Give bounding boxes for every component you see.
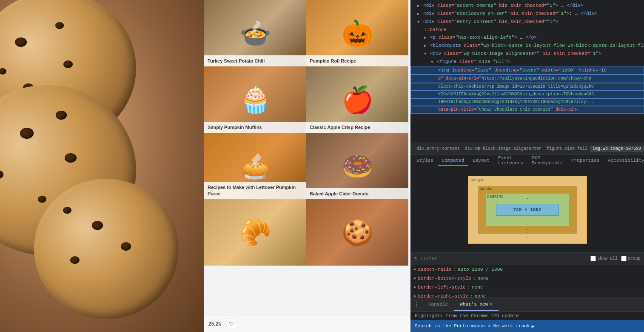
group-checkbox[interactable]: Group <box>621 256 641 261</box>
bottom-tab-whats-new[interactable]: What's new ✕ <box>454 298 499 311</box>
dom-line-2[interactable]: ▶ <div class="disclosure sm-ser" bis_ski… <box>410 10 644 18</box>
dom-tag-4: <p <box>430 35 436 40</box>
dom-attr-10: class= <box>459 59 476 64</box>
css-colon-1: : <box>453 266 456 273</box>
recipe-image-food1: 🥐 <box>204 199 306 266</box>
breadcrumb-entry-content[interactable]: div.entry-content <box>414 146 462 152</box>
css-prop-val-2: none <box>477 275 488 282</box>
tab-accessibility[interactable]: Accessibility <box>604 156 644 166</box>
view-count: 25.2k <box>208 321 221 327</box>
show-all-checkbox[interactable]: Show all <box>590 256 618 261</box>
css-prop-name-4: border-right-style <box>418 293 468 298</box>
dom-tree: ▶ <div class="accent-nowrap" bis_skin_ch… <box>410 0 644 143</box>
dom-attr-height: height= <box>578 68 598 73</box>
recipe-cell-leftover-pumpkin[interactable]: 🥧 Recipes to Make with Leftover Pumpkin … <box>204 133 306 199</box>
dom-line-4[interactable]: ▶ <p class="has-text-align-left"> … </p> <box>410 34 644 42</box>
close-whats-new-button[interactable]: ✕ <box>490 301 493 307</box>
margin-right-val: - <box>581 207 584 212</box>
tab-dom-breakpoints[interactable]: DOM Breakpoints <box>527 154 567 168</box>
dom-attr-val-9: "1" <box>590 51 598 56</box>
dom-line-img-url[interactable]: 0" data-pin-url="https://sallysbakingadd… <box>410 74 644 83</box>
dom-line-7[interactable]: ▼ <figure class="size-full"> <box>410 58 644 66</box>
css-prop-val-3: none <box>472 284 483 291</box>
dom-attr-val-7: "wp-block-quote is-layout-flow wp-block-… <box>481 43 644 48</box>
tab-computed[interactable]: Computed <box>438 156 469 166</box>
dom-line-img-url2[interactable]: olate-chip-cookies/?tp_image_id=107639&p… <box>410 83 644 91</box>
dom-attr-2: class= <box>437 11 454 16</box>
show-all-label: Show all <box>597 256 618 261</box>
dom-tag-7: <figure <box>437 59 456 64</box>
breadcrumb-figure[interactable]: figure.size-full <box>544 146 590 152</box>
dom-line-img-desc2[interactable]: IHRvIG1ha2Ugc29mdCBhbmQgY2h1d3kgY29sYXR1… <box>410 98 644 106</box>
css-prop-toggle-2[interactable]: ▶ <box>414 275 416 282</box>
dom-attr-val-10: "size-full" <box>476 59 507 64</box>
dom-ellipsis: … <box>561 3 567 8</box>
recipe-cell-simply-pumpkin[interactable]: 🧁 Simply Pumpkin Muffins <box>204 66 306 133</box>
dom-attr-loading: loading= <box>452 68 475 73</box>
dom-line-5[interactable]: ▶ <blockquote class="wp-block-quote is-l… <box>410 42 644 50</box>
content-area: 🍲 Turkey Sweet Potato Chili 🎃 Pumpkin Ro… <box>0 0 410 332</box>
heart-button[interactable]: ♡ <box>225 318 237 330</box>
breadcrumb-img[interactable]: img.wp-image-107639 <box>590 146 644 152</box>
dom-line-1[interactable]: ▶ <div class="accent-nowrap" bis_skin_ch… <box>410 2 644 10</box>
perf-network-link[interactable]: Search in the Performance > Network trac… <box>410 320 644 332</box>
recipe-cell-food1[interactable]: 🥐 <box>204 199 306 266</box>
box-model-area: margin - - - - border - - - - padding - … <box>410 167 644 252</box>
css-prop-border-bottom[interactable]: ▶ border-bottom-style : none <box>410 274 644 283</box>
breadcrumb-bar: div.entry-content div.wp-block-image.ali… <box>410 143 644 155</box>
css-properties: ▶ aspect-ratio : auto 1200 / 1800 ▶ bord… <box>410 265 644 298</box>
tab-event-listeners[interactable]: Event Listeners <box>494 154 527 168</box>
breadcrumb-wp-block-image[interactable]: div.wp-block-image.aligncenter <box>462 146 544 152</box>
recipe-cell-food2[interactable]: 🍪 <box>306 199 408 266</box>
css-prop-val-1: auto 1200 / 1800 <box>458 266 503 273</box>
dom-line-pin-title[interactable]: data-pin-title="Chewy Chocolate Chip Coo… <box>410 106 644 114</box>
css-prop-toggle-4[interactable]: ▶ <box>414 293 416 298</box>
dom-attr-4: class= <box>437 19 454 24</box>
dom-attr-8: class= <box>444 51 461 56</box>
recipe-cell-baked-donuts[interactable]: 🍩 Baked Apple Cider Donuts <box>306 133 408 199</box>
dom-tag: <div <box>423 3 434 8</box>
dom-line-img-selected[interactable]: <img loading="lazy" decoding="async" wid… <box>410 66 644 74</box>
highlights-label: Highlights from the Chrome 129 update <box>415 313 519 318</box>
padding-top-val: - <box>526 196 528 201</box>
margin-label: margin <box>471 178 484 182</box>
css-prop-border-left[interactable]: ▶ border-left-style : none <box>410 283 644 292</box>
css-prop-border-right[interactable]: ▶ border-right-style : none <box>410 292 644 298</box>
css-prop-aspect-ratio[interactable]: ▶ aspect-ratio : auto 1200 / 1800 <box>410 265 644 274</box>
recipe-label-apple-crisp: Classic Apple Crisp Recipe <box>306 122 408 133</box>
padding-right-val: - <box>564 207 567 212</box>
dom-line-before[interactable]: ::before <box>410 26 644 34</box>
tab-styles[interactable]: Styles <box>412 156 438 166</box>
recipe-cell-turkey[interactable]: 🍲 Turkey Sweet Potato Chili <box>204 0 306 66</box>
tab-properties[interactable]: Properties <box>567 156 604 166</box>
css-prop-toggle-1[interactable]: ▶ <box>414 266 416 273</box>
recipe-label-baked-donuts: Baked Apple Cider Donuts <box>306 188 408 199</box>
dom-attr-6: class= <box>439 35 456 40</box>
dom-line-6[interactable]: ▼ <div class="wp-block-image aligncenter… <box>410 50 644 58</box>
dom-tag-img: <img <box>438 68 449 73</box>
css-prop-val-4: none <box>475 293 486 298</box>
group-label: Group <box>628 256 641 261</box>
filter-bar: ⚗ Show all Group <box>410 252 644 265</box>
content-size: 728 × 1092 <box>513 207 541 212</box>
css-prop-toggle-3[interactable]: ▶ <box>414 284 416 291</box>
more-tabs-button[interactable]: ⋮ <box>410 301 422 308</box>
group-check[interactable] <box>621 256 627 261</box>
dom-line-img-desc[interactable]: Y29sYXR1IENoaXAgQ29va2llcw%3D%3D&pin_des… <box>410 91 644 98</box>
filter-input[interactable] <box>420 256 587 261</box>
css-colon-3: : <box>467 284 470 291</box>
perf-link-text: Search in the Performance > Network trac… <box>415 323 530 329</box>
dom-arrow-3: ▼ <box>417 20 419 24</box>
dom-attr-name: class= <box>437 3 454 8</box>
recipe-cell-pumpkin-roll[interactable]: 🎃 Pumpkin Roll Recipe <box>306 0 408 66</box>
cookie-decoration-3 <box>34 179 179 319</box>
recipe-cell-apple-crisp[interactable]: 🍎 Classic Apple Crisp Recipe <box>306 66 408 133</box>
cookie-photo <box>0 0 204 332</box>
dom-line-3[interactable]: ▼ <div class="entry-content" bis_skin_ch… <box>410 18 644 26</box>
margin-top-val: - <box>526 180 528 184</box>
bottom-tab-console[interactable]: Console <box>422 298 454 311</box>
show-all-check[interactable] <box>590 256 596 261</box>
tab-layout[interactable]: Layout <box>468 156 494 166</box>
dom-attr-pin-cont: data-pin- <box>556 107 578 112</box>
dom-attr-pin-url: 0" data-pin-url= <box>438 76 479 81</box>
